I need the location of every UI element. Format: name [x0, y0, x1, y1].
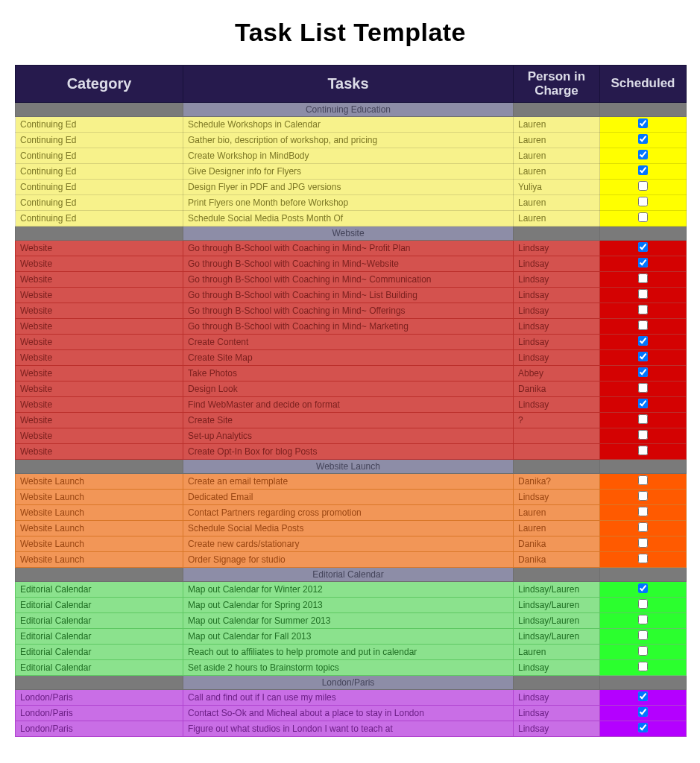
cell-scheduled: [600, 350, 687, 366]
cell-scheduled: [600, 552, 687, 568]
cell-category: Website Launch: [16, 490, 183, 505]
sep-cell: [514, 103, 600, 117]
table-row: WebsiteCreate Site?: [16, 413, 687, 428]
scheduled-checkbox[interactable]: [638, 399, 648, 408]
scheduled-checkbox[interactable]: [638, 212, 648, 222]
sep-cell: [16, 568, 183, 582]
scheduled-checkbox[interactable]: [638, 134, 648, 144]
cell-task: Go through B-School with Coaching in Min…: [183, 303, 514, 319]
cell-scheduled: [600, 382, 687, 397]
cell-scheduled: [600, 164, 687, 180]
cell-person: Lindsay/Lauren: [514, 613, 600, 629]
sep-cell: [600, 460, 687, 474]
cell-category: Website Launch: [16, 552, 183, 568]
scheduled-checkbox[interactable]: [638, 383, 648, 393]
header-category: Category: [16, 66, 183, 103]
cell-category: Continuing Ed: [16, 180, 183, 195]
scheduled-checkbox[interactable]: [638, 258, 648, 267]
header-tasks: Tasks: [183, 66, 514, 103]
scheduled-checkbox[interactable]: [638, 242, 648, 252]
scheduled-checkbox[interactable]: [638, 662, 648, 671]
scheduled-checkbox[interactable]: [638, 197, 648, 206]
cell-person: Lindsay: [514, 319, 600, 335]
scheduled-checkbox[interactable]: [638, 491, 648, 501]
scheduled-checkbox[interactable]: [638, 165, 648, 175]
table-row: WebsiteCreate Site MapLindsay: [16, 350, 687, 366]
section-label: Editorial Calendar: [183, 568, 514, 582]
scheduled-checkbox[interactable]: [638, 691, 648, 701]
scheduled-checkbox[interactable]: [638, 118, 648, 128]
cell-person: ?: [514, 413, 600, 428]
scheduled-checkbox[interactable]: [638, 599, 648, 609]
table-row: Continuing EdGive Designer info for Flye…: [16, 164, 687, 180]
table-row: Continuing EdDesign Flyer in PDF and JPG…: [16, 180, 687, 195]
cell-category: Website: [16, 241, 183, 256]
cell-person: Lauren: [514, 133, 600, 148]
cell-task: Go through B-School with Coaching in Min…: [183, 288, 514, 303]
scheduled-checkbox[interactable]: [638, 507, 648, 516]
section-label: London/Paris: [183, 676, 514, 690]
scheduled-checkbox[interactable]: [638, 320, 648, 330]
cell-scheduled: [600, 474, 687, 490]
cell-category: Website: [16, 288, 183, 303]
sep-cell: [514, 227, 600, 241]
scheduled-checkbox[interactable]: [638, 430, 648, 440]
scheduled-checkbox[interactable]: [638, 583, 648, 593]
scheduled-checkbox[interactable]: [638, 707, 648, 717]
scheduled-checkbox[interactable]: [638, 181, 648, 191]
scheduled-checkbox[interactable]: [638, 723, 648, 732]
cell-scheduled: [600, 241, 687, 256]
scheduled-checkbox[interactable]: [638, 289, 648, 299]
cell-scheduled: [600, 645, 687, 660]
scheduled-checkbox[interactable]: [638, 522, 648, 532]
scheduled-checkbox[interactable]: [638, 554, 648, 563]
cell-task: Create Workshop in MindBody: [183, 148, 514, 164]
scheduled-checkbox[interactable]: [638, 367, 648, 377]
cell-category: Website: [16, 382, 183, 397]
table-row: Website LaunchSchedule Social Media Post…: [16, 521, 687, 536]
scheduled-checkbox[interactable]: [638, 273, 648, 283]
cell-person: Lauren: [514, 195, 600, 211]
cell-scheduled: [600, 428, 687, 444]
cell-task: Design Flyer in PDF and JPG versions: [183, 180, 514, 195]
cell-scheduled: [600, 335, 687, 350]
cell-scheduled: [600, 613, 687, 629]
cell-person: Lauren: [514, 148, 600, 164]
scheduled-checkbox[interactable]: [638, 150, 648, 159]
cell-task: Give Designer info for Flyers: [183, 164, 514, 180]
cell-category: Website: [16, 319, 183, 335]
cell-category: Editorial Calendar: [16, 613, 183, 629]
scheduled-checkbox[interactable]: [638, 414, 648, 424]
table-row: London/ParisFigure out what studios in L…: [16, 721, 687, 737]
table-row: WebsiteGo through B-School with Coaching…: [16, 272, 687, 288]
cell-task: Figure out what studios in London I want…: [183, 721, 514, 737]
cell-category: Continuing Ed: [16, 211, 183, 227]
scheduled-checkbox[interactable]: [638, 538, 648, 548]
scheduled-checkbox[interactable]: [638, 630, 648, 640]
cell-task: Print Flyers one Month before Workshop: [183, 195, 514, 211]
cell-person: [514, 428, 600, 444]
scheduled-checkbox[interactable]: [638, 475, 648, 485]
cell-person: Lindsay: [514, 272, 600, 288]
cell-category: Website: [16, 335, 183, 350]
scheduled-checkbox[interactable]: [638, 446, 648, 455]
cell-scheduled: [600, 706, 687, 721]
header-row: Category Tasks Person in Charge Schedule…: [16, 66, 687, 103]
cell-task: Go through B-School with Coaching in Min…: [183, 256, 514, 272]
scheduled-checkbox[interactable]: [638, 352, 648, 361]
cell-person: Lindsay: [514, 660, 600, 676]
cell-person: Lauren: [514, 521, 600, 536]
scheduled-checkbox[interactable]: [638, 615, 648, 624]
scheduled-checkbox[interactable]: [638, 305, 648, 314]
page-title: Task List Template: [15, 18, 686, 47]
cell-person: Lauren: [514, 645, 600, 660]
cell-scheduled: [600, 598, 687, 613]
cell-task: Map out Calendar for Spring 2013: [183, 598, 514, 613]
table-row: Continuing EdCreate Workshop in MindBody…: [16, 148, 687, 164]
scheduled-checkbox[interactable]: [638, 336, 648, 346]
cell-task: Reach out to affiliates to help promote …: [183, 645, 514, 660]
cell-category: Website: [16, 256, 183, 272]
cell-task: Create new cards/stationary: [183, 536, 514, 552]
scheduled-checkbox[interactable]: [638, 646, 648, 656]
cell-category: Website Launch: [16, 474, 183, 490]
